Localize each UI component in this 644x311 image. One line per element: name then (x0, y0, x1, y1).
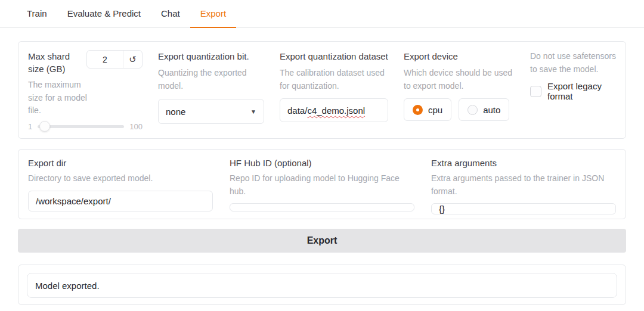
quantization-dataset-info: The calibration dataset used for quantiz… (280, 67, 388, 92)
quantization-bit-info: Quantizing the exported model. (158, 67, 264, 92)
legacy-format-checkbox[interactable] (530, 86, 541, 97)
quantization-bit-label: Export quantization bit. (158, 50, 264, 63)
export-device-block: Export device Which device should be use… (404, 50, 515, 131)
quantization-bit-dropdown[interactable]: none ▼ (158, 99, 264, 124)
quantization-bit-block: Export quantization bit. Quantizing the … (158, 50, 264, 131)
export-device-info: Which device should be used to export mo… (404, 67, 515, 92)
max-shard-size-header: Max shard size (GB) 2 ↺ (28, 50, 143, 75)
radio-inner-dot (416, 108, 419, 111)
extra-arguments-input[interactable]: {} (431, 203, 616, 214)
radio-unselected-icon (467, 105, 478, 115)
tab-bar: Train Evaluate & Predict Chat Export (0, 0, 644, 28)
export-button[interactable]: Export (18, 229, 626, 253)
tab-chat[interactable]: Chat (151, 0, 190, 28)
export-dir-label: Export dir (28, 157, 213, 169)
legacy-format-block: Do not use safetensors to save the model… (530, 50, 616, 131)
export-device-radio-group: cpu auto (404, 98, 515, 121)
quantization-bit-selected-value: none (166, 107, 185, 117)
output-textbox[interactable]: Model exported. (27, 273, 617, 298)
hf-hub-id-label: HF Hub ID (optional) (230, 157, 414, 169)
reset-icon[interactable]: ↺ (123, 51, 142, 68)
hf-hub-id-input[interactable] (230, 203, 414, 212)
legacy-format-label: Export legacy format (547, 81, 616, 101)
hf-hub-id-block: HF Hub ID (optional) Repo ID for uploadi… (230, 157, 414, 212)
max-shard-size-number-input: 2 ↺ (86, 50, 143, 69)
max-shard-size-value[interactable]: 2 (87, 51, 123, 68)
quantization-dataset-input[interactable]: data/c4_demo.jsonl (280, 98, 388, 122)
max-shard-size-slider[interactable] (38, 125, 124, 128)
tab-export[interactable]: Export (190, 0, 236, 28)
slider-handle[interactable] (39, 121, 50, 132)
max-shard-size-slider-row: 1 100 (28, 122, 143, 131)
export-dir-input[interactable]: /workspace/export/ (28, 191, 213, 212)
radio-option-auto-label: auto (483, 105, 500, 115)
chevron-down-icon: ▼ (250, 108, 256, 115)
export-page: Train Evaluate & Predict Chat Export Max… (0, 0, 644, 305)
tab-train[interactable]: Train (17, 0, 57, 28)
radio-option-cpu-label: cpu (428, 105, 442, 115)
quantization-dataset-block: Export quantization dataset The calibrat… (280, 50, 388, 131)
extra-arguments-label: Extra arguments (431, 157, 616, 169)
export-options-panel: Max shard size (GB) 2 ↺ The maximum size… (18, 41, 626, 139)
export-device-label: Export device (404, 50, 515, 63)
legacy-format-info: Do not use safetensors to save the model… (530, 50, 616, 76)
slider-min-label: 1 (28, 122, 32, 131)
extra-arguments-block: Extra arguments Extra arguments passed t… (431, 157, 616, 212)
radio-inner-dot (471, 108, 474, 111)
radio-selected-icon (413, 105, 423, 115)
quantization-dataset-value-filename: c4_demo.jsonl (307, 105, 365, 116)
hf-hub-id-info: Repo ID for uploading model to Hugging F… (230, 172, 414, 198)
max-shard-size-block: Max shard size (GB) 2 ↺ The maximum size… (28, 50, 143, 131)
max-shard-size-info: The maximum size for a model file. (28, 79, 91, 117)
quantization-dataset-value-prefix: data/ (287, 105, 307, 116)
quantization-dataset-label: Export quantization dataset (280, 50, 388, 63)
extra-arguments-info: Extra arguments passed to the trainer in… (431, 172, 616, 198)
slider-max-label: 100 (129, 122, 143, 131)
export-dir-block: Export dir Directory to save exported mo… (28, 157, 213, 212)
export-tab-content: Max shard size (GB) 2 ↺ The maximum size… (0, 41, 644, 305)
legacy-format-checkbox-row: Export legacy format (530, 81, 616, 101)
radio-option-cpu[interactable]: cpu (404, 98, 451, 121)
export-dir-info: Directory to save exported model. (28, 172, 213, 185)
max-shard-size-label: Max shard size (GB) (28, 50, 79, 75)
radio-option-auto[interactable]: auto (459, 98, 509, 121)
tab-evaluate-predict[interactable]: Evaluate & Predict (57, 0, 151, 28)
export-paths-panel: Export dir Directory to save exported mo… (18, 149, 626, 219)
output-panel: Model exported. (18, 265, 626, 305)
